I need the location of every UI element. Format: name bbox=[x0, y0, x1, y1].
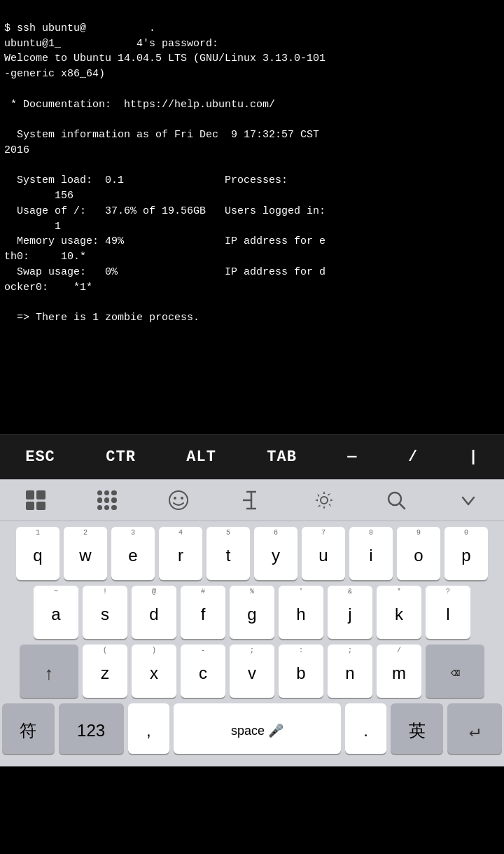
dots-grid-button[interactable] bbox=[90, 486, 124, 514]
keyboard-row-zxcv: ↑ (z )x -c ;v :b ;n /m ⌫ bbox=[2, 645, 502, 698]
svg-point-2 bbox=[181, 497, 183, 500]
cursor-button[interactable] bbox=[234, 485, 269, 515]
key-space[interactable]: space 🎤 bbox=[174, 703, 340, 754]
key-comma[interactable]: , bbox=[128, 703, 170, 754]
key-m[interactable]: /m bbox=[377, 645, 421, 698]
key-slash[interactable]: / bbox=[400, 443, 426, 471]
key-n[interactable]: ;n bbox=[328, 645, 372, 698]
terminal-output: $ ssh ubuntu@ . ubuntu@1_ 4's password: … bbox=[0, 0, 504, 434]
key-j[interactable]: &j bbox=[328, 586, 372, 639]
key-o[interactable]: 9o bbox=[397, 527, 440, 580]
key-dot[interactable]: . bbox=[345, 703, 387, 754]
key-w[interactable]: 2w bbox=[64, 527, 107, 580]
keyboard-row-bottom: 符 123 , space 🎤 . 英 ↵ bbox=[2, 703, 502, 754]
key-f[interactable]: #f bbox=[181, 586, 225, 639]
svg-point-7 bbox=[321, 497, 328, 504]
terminal-line-1: $ ssh ubuntu@ . ubuntu@1_ 4's password: … bbox=[4, 22, 326, 324]
key-l[interactable]: ?l bbox=[426, 586, 470, 639]
key-d[interactable]: @d bbox=[132, 586, 176, 639]
key-backspace[interactable]: ⌫ bbox=[426, 645, 484, 698]
key-u[interactable]: 7u bbox=[302, 527, 345, 580]
key-g[interactable]: %g bbox=[230, 586, 274, 639]
key-pipe[interactable]: | bbox=[461, 443, 487, 471]
keyboard-toolbar bbox=[0, 479, 504, 521]
keyboard: 1q 2w 3e 4r 5t 6y 7u 8i 9o 0p ~a !s @d #… bbox=[0, 521, 504, 766]
svg-point-1 bbox=[174, 497, 176, 500]
key-x[interactable]: )x bbox=[132, 645, 176, 698]
key-i[interactable]: 8i bbox=[349, 527, 393, 580]
key-tab[interactable]: TAB bbox=[258, 443, 305, 471]
key-k[interactable]: *k bbox=[377, 586, 421, 639]
settings-button[interactable] bbox=[307, 485, 342, 515]
grid-view-button[interactable] bbox=[19, 486, 52, 514]
search-button[interactable] bbox=[379, 485, 414, 515]
emoji-button[interactable] bbox=[161, 485, 196, 515]
key-p[interactable]: 0p bbox=[444, 527, 488, 580]
key-alt[interactable]: ALT bbox=[178, 443, 225, 471]
key-c[interactable]: -c bbox=[181, 645, 225, 698]
keyboard-row-qwerty: 1q 2w 3e 4r 5t 6y 7u 8i 9o 0p bbox=[2, 527, 502, 580]
keyboard-row-asdf: ~a !s @d #f %g 'h &j *k ?l bbox=[2, 586, 502, 639]
key-ctr[interactable]: CTR bbox=[97, 443, 144, 471]
chevron-down-button[interactable] bbox=[451, 486, 485, 514]
key-fu[interactable]: 符 bbox=[2, 703, 55, 754]
special-keys-bar: ESC CTR ALT TAB — / | bbox=[0, 434, 504, 479]
key-shift[interactable]: ↑ bbox=[20, 645, 78, 698]
key-z[interactable]: (z bbox=[83, 645, 127, 698]
key-enter[interactable]: ↵ bbox=[447, 703, 502, 754]
key-v[interactable]: ;v bbox=[230, 645, 274, 698]
key-h[interactable]: 'h bbox=[279, 586, 323, 639]
key-y[interactable]: 6y bbox=[254, 527, 298, 580]
key-q[interactable]: 1q bbox=[16, 527, 59, 580]
key-b[interactable]: :b bbox=[279, 645, 323, 698]
key-dash[interactable]: — bbox=[339, 443, 365, 471]
svg-point-0 bbox=[169, 491, 188, 509]
key-e[interactable]: 3e bbox=[111, 527, 155, 580]
svg-line-9 bbox=[400, 504, 405, 509]
key-a[interactable]: ~a bbox=[34, 586, 78, 639]
key-s[interactable]: !s bbox=[83, 586, 127, 639]
key-t[interactable]: 5t bbox=[206, 527, 250, 580]
key-123[interactable]: 123 bbox=[59, 703, 124, 754]
key-r[interactable]: 4r bbox=[159, 527, 202, 580]
key-esc[interactable]: ESC bbox=[17, 443, 64, 471]
key-ying[interactable]: 英 bbox=[391, 703, 443, 754]
